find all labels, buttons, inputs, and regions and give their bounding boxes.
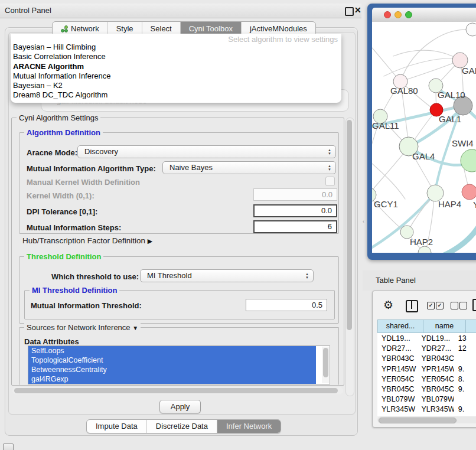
column-header-2[interactable]: name — [423, 319, 466, 333]
algorithm-option[interactable]: Mutual Information Inference — [13, 71, 339, 81]
algorithm-option[interactable]: ARACNE Algorithm — [13, 62, 339, 71]
combo-stepper-icon: ▲▼ — [305, 272, 309, 279]
apply-button[interactable]: Apply — [159, 400, 201, 413]
checked-checkbox-icon[interactable]: ✓ — [436, 302, 444, 309]
mi-algorithm-type-value: Naive Bayes — [169, 163, 213, 172]
column-header-3[interactable]: A — [466, 319, 476, 333]
cyni-algorithm-settings-title: Cyni Algorithm Settings — [17, 113, 100, 122]
settings-vertical-scrollbar[interactable] — [345, 118, 354, 396]
tab-infer-network[interactable]: Infer Network — [217, 420, 281, 433]
checked-checkbox-icon[interactable]: ✓ — [427, 302, 435, 309]
threshold-definition-title: Threshold Definition — [24, 252, 103, 261]
panel-corner-button[interactable] — [3, 444, 14, 450]
table-cell — [454, 354, 476, 364]
table-horizontal-scrollbar[interactable] — [377, 416, 476, 423]
mi-steps-field[interactable]: 6 — [253, 220, 337, 233]
unchecked-checkbox-icon[interactable] — [451, 302, 458, 309]
table-row[interactable]: YDL19...YDL19...13 — [377, 334, 476, 344]
data-attribute-item[interactable]: TopologicalCoefficient — [28, 356, 316, 365]
splitter-grip-icon[interactable]: ‹ — [363, 219, 366, 224]
algorithm-dropdown-list: Select algorithm to view settings Bayesi… — [11, 34, 341, 103]
network-edge — [384, 58, 455, 76]
network-node-label: GAL4 — [412, 151, 435, 161]
kernel-width-field[interactable]: 0.0 — [253, 188, 337, 201]
split-pane-icon[interactable] — [406, 300, 418, 312]
algorithm-option[interactable]: Dream8 DC_TDC Algorithm — [13, 90, 339, 100]
table-row[interactable]: YPR145WYPR145W9. — [377, 364, 476, 374]
column-header-1[interactable]: shared... — [377, 319, 423, 333]
table-cell: 13 — [454, 334, 476, 344]
data-attribute-item[interactable]: gal4RGexp — [28, 374, 316, 384]
network-node[interactable] — [466, 23, 476, 36]
hub-definition-label: Hub/Transcription Factor Definition — [22, 236, 145, 245]
table-cell: YDL19... — [377, 334, 417, 344]
network-node[interactable] — [418, 246, 431, 253]
gear-icon[interactable]: ⚙ — [383, 298, 393, 312]
table-cell: YER054C — [377, 374, 417, 384]
network-node-label: GAL — [462, 66, 476, 76]
dpi-tolerance-field[interactable]: 0.0 — [253, 204, 337, 217]
network-node-label: GCY1 — [374, 199, 398, 209]
data-attribute-item[interactable]: BetweennessCentrality — [28, 365, 316, 374]
mi-threshold-definition-group: MI Threshold Definition Mutual Informati… — [24, 290, 335, 319]
data-attributes-list[interactable]: SelfLoopsTopologicalCoefficientBetweenne… — [28, 345, 330, 384]
close-icon[interactable]: ✕ — [354, 5, 361, 15]
network-graph: GALGAL80GAL10GAL1GAL11GAL4SWI4HAP4YGCY1H… — [372, 22, 476, 253]
network-edge — [372, 164, 405, 199]
tab-impute-data[interactable]: Impute Data — [87, 420, 146, 433]
manual-kernel-width-checkbox[interactable] — [325, 177, 335, 186]
network-node[interactable] — [461, 149, 476, 172]
algorithm-option[interactable]: Basic Correlation Inference — [13, 52, 339, 61]
table-row[interactable]: YDR27...YDR27...12 — [377, 344, 476, 354]
attribute-list-scrollbar[interactable] — [322, 347, 329, 383]
mi-algorithm-type-combo[interactable]: Naive Bayes ▲▼ — [162, 161, 336, 174]
data-attributes-label: Data Attributes — [24, 337, 79, 346]
table-cell: YPR145W — [377, 364, 417, 374]
page-icon[interactable] — [472, 299, 476, 311]
network-node-label: Y — [473, 200, 476, 210]
table-row[interactable]: YLR345WYLR345W9. — [377, 405, 476, 415]
table-cell: YBR045C — [377, 384, 417, 394]
mi-threshold-field[interactable]: 0.5 — [246, 299, 327, 311]
network-canvas[interactable]: GALGAL80GAL10GAL1GAL11GAL4SWI4HAP4YGCY1H… — [372, 22, 476, 253]
aracne-mode-combo[interactable]: Discovery ▲▼ — [77, 145, 336, 158]
mac-minimize-button[interactable] — [395, 11, 402, 18]
network-node[interactable] — [462, 184, 476, 200]
which-threshold-value: MI Threshold — [147, 271, 192, 280]
table-cell — [454, 394, 476, 405]
table-row[interactable]: YBR043CYBR043C — [377, 354, 476, 364]
table-cell: YLR345W — [377, 405, 417, 415]
which-threshold-combo[interactable]: MI Threshold ▲▼ — [140, 269, 314, 282]
sources-title-toggle[interactable]: Sources for Network Inference ▼ — [24, 323, 141, 332]
table-row[interactable]: YER054CYER054C8. — [377, 374, 476, 384]
hub-definition-toggle[interactable]: Hub/Transcription Factor Definition ▶ — [22, 236, 152, 245]
control-panel-title: Control Panel — [5, 6, 51, 15]
aracne-mode-label: Aracne Mode: — [27, 148, 77, 157]
tab-discretize-data[interactable]: Discretize Data — [146, 420, 217, 433]
table-cell: 8. — [454, 374, 476, 384]
node-table: shared...nameA YDL19...YDL19...13YDR27..… — [377, 319, 476, 416]
kernel-width-label: Kernel Width (0,1): — [27, 191, 94, 200]
table-row[interactable]: YBR045CYBR045C9. — [377, 384, 476, 394]
mi-threshold-definition-title: MI Threshold Definition — [30, 286, 119, 295]
network-view-window: GALGAL80GAL10GAL1GAL11GAL4SWI4HAP4YGCY1H… — [367, 4, 476, 260]
table-cell: YDL19... — [417, 334, 454, 344]
algorithm-option[interactable]: Bayesian – K2 — [13, 81, 339, 90]
application-window: Control Panel ✕ galFiltered.sif default … — [0, 0, 476, 450]
network-window-titlebar — [372, 8, 476, 22]
mi-steps-label: Mutual Information Steps: — [27, 223, 121, 232]
mac-zoom-button[interactable] — [405, 11, 412, 18]
table-row[interactable]: YBL079WYBL079W — [377, 394, 476, 405]
algorithm-option[interactable]: Bayesian – Hill Climbing — [13, 43, 339, 52]
network-node-label: GAL80 — [390, 86, 418, 96]
apply-button-label: Apply — [171, 402, 190, 411]
unchecked-checkbox-icon[interactable] — [459, 302, 467, 309]
network-edge — [393, 50, 460, 60]
settings-horizontal-scrollbar[interactable] — [12, 387, 343, 394]
float-window-icon[interactable] — [345, 7, 354, 16]
table-header-row: shared...nameA — [377, 319, 476, 333]
mi-threshold-label: Mutual Information Threshold: — [31, 301, 142, 310]
aracne-mode-value: Discovery — [84, 147, 118, 156]
data-attribute-item[interactable]: SelfLoops — [28, 346, 316, 356]
mac-close-button[interactable] — [384, 11, 391, 18]
